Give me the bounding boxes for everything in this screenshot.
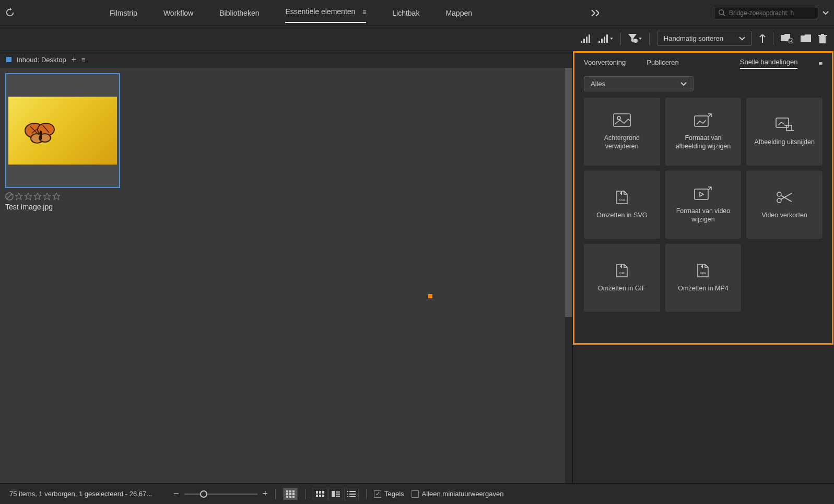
star-icon[interactable] [15, 192, 23, 201]
action-trim-video[interactable]: Video verkorten [746, 171, 823, 239]
star-icon[interactable] [33, 192, 42, 201]
tab-menu-icon[interactable]: ≡ [362, 8, 366, 16]
tab-libraries[interactable]: Bibliotheken [219, 5, 259, 21]
tab-preview[interactable]: Voorvertoning [584, 58, 626, 68]
rating-filter-icon[interactable] [581, 34, 591, 43]
svg-rect-8 [604, 37, 605, 43]
new-folder-icon[interactable] [781, 34, 793, 43]
add-icon[interactable]: + [72, 55, 76, 64]
to-gif-icon: GIF [613, 263, 631, 278]
rating-row[interactable] [5, 192, 120, 201]
action-convert-svg[interactable]: SVG Omzetten in SVG [584, 171, 660, 239]
svg-rect-59 [349, 494, 356, 495]
rating-filter-dropdown-icon[interactable] [598, 34, 613, 43]
checkbox-icon [412, 490, 419, 498]
divider [275, 489, 276, 499]
tab-folders[interactable]: Mappen [445, 5, 472, 21]
divider [620, 32, 621, 45]
svg-rect-5 [589, 34, 590, 43]
view-list-icon[interactable] [344, 488, 359, 500]
cancel-icon[interactable] [5, 192, 14, 201]
search-dropdown-icon[interactable] [823, 11, 829, 15]
content-panel: Inhoud: Desktop + ≡ [0, 51, 573, 483]
refresh-icon[interactable] [5, 8, 16, 18]
svg-rect-6 [598, 41, 600, 43]
sort-label: Handmatig sorteren [664, 34, 723, 42]
star-icon[interactable] [24, 192, 32, 201]
tab-filmstrip[interactable]: Filmstrip [110, 5, 137, 21]
img-resize-icon [694, 113, 712, 127]
search-input[interactable] [729, 9, 814, 17]
thumbnails-only-checkbox[interactable]: Alleen miniatuurweergaven [412, 490, 504, 498]
svg-rect-61 [349, 496, 356, 497]
action-remove-background[interactable]: Achtergrond verwijderen [584, 98, 660, 166]
zoom-in-icon[interactable]: + [263, 488, 268, 499]
chevron-down-icon [680, 82, 687, 86]
svg-rect-56 [347, 491, 348, 492]
scrollbar-handle[interactable] [565, 68, 572, 317]
thumbnail-item[interactable]: Test Image.jpg [5, 73, 120, 211]
tiles-label: Tegels [384, 490, 404, 498]
action-label: Omzetten in SVG [596, 211, 647, 219]
side-panel-menu-icon[interactable]: ≡ [818, 60, 823, 67]
star-icon[interactable] [43, 192, 51, 201]
vid-trim-icon [775, 190, 794, 205]
svg-rect-52 [332, 491, 335, 497]
open-folder-icon[interactable] [801, 34, 811, 43]
svg-rect-49 [316, 495, 318, 497]
slider-handle[interactable] [200, 490, 207, 498]
divider [305, 489, 306, 499]
tab-quick-actions[interactable]: Snelle handelingen [740, 58, 798, 69]
view-grid-locked-icon[interactable] [283, 488, 298, 500]
butterfly-graphic [24, 120, 61, 146]
tiles-checkbox[interactable]: Tegels [374, 490, 404, 498]
tab-workflow[interactable]: Workflow [163, 5, 193, 21]
img-crop-icon [775, 117, 794, 132]
scrollbar[interactable] [565, 68, 572, 483]
search-icon [719, 9, 726, 17]
action-convert-gif[interactable]: GIF Omzetten in GIF [584, 244, 660, 312]
tab-publish[interactable]: Publiceren [647, 58, 678, 68]
action-convert-mp4[interactable]: MP4 Omzetten in MP4 [665, 244, 742, 312]
sort-dropdown[interactable]: Handmatig sorteren [657, 31, 752, 46]
action-crop-image[interactable]: Afbeelding uitsnijden [746, 98, 823, 166]
svg-point-26 [617, 116, 620, 120]
tab-lightbox[interactable]: Lichtbak [392, 5, 419, 21]
action-label: Omzetten in MP4 [678, 284, 729, 292]
trash-icon[interactable] [818, 34, 827, 43]
slider-track[interactable] [184, 494, 257, 495]
vid-resize-icon [694, 186, 712, 201]
toolbar: Handmatig sorteren [0, 26, 834, 51]
view-details-icon[interactable] [328, 488, 343, 500]
svg-rect-42 [292, 493, 295, 495]
sort-direction-icon[interactable] [759, 34, 766, 43]
action-label: Formaat van video wijzigen [671, 207, 736, 224]
star-icon[interactable] [52, 192, 61, 201]
action-resize-image[interactable]: Formaat van afbeelding wijzigen [665, 98, 742, 166]
zoom-out-icon[interactable]: − [173, 488, 179, 499]
main-area: Inhoud: Desktop + ≡ [0, 51, 834, 483]
panel-color-indicator [6, 57, 11, 62]
view-grid-icon[interactable] [313, 488, 327, 500]
panel-menu-icon[interactable]: ≡ [81, 56, 86, 64]
search-box[interactable] [714, 7, 818, 19]
svg-rect-58 [347, 494, 348, 495]
svg-rect-30 [695, 189, 708, 200]
tab-essentials[interactable]: Essentiële elementen ≡ [285, 3, 366, 23]
filter-icon[interactable] [628, 34, 642, 43]
to-svg-icon: SVG [613, 190, 631, 205]
action-resize-video[interactable]: Formaat van video wijzigen [665, 171, 742, 239]
svg-rect-3 [583, 39, 585, 43]
svg-rect-12 [819, 36, 826, 43]
svg-rect-50 [319, 495, 321, 497]
top-nav-bar: Filmstrip Workflow Bibliotheken Essentië… [0, 0, 834, 26]
svg-rect-51 [322, 495, 324, 497]
svg-point-0 [719, 9, 724, 14]
content-body[interactable]: Test Image.jpg [0, 68, 572, 483]
svg-rect-53 [336, 491, 340, 493]
expand-icon[interactable] [590, 10, 599, 16]
svg-line-24 [7, 194, 12, 199]
zoom-slider[interactable]: − + [173, 488, 268, 499]
quick-actions-filter[interactable]: Alles [584, 76, 694, 91]
svg-line-1 [723, 14, 725, 16]
